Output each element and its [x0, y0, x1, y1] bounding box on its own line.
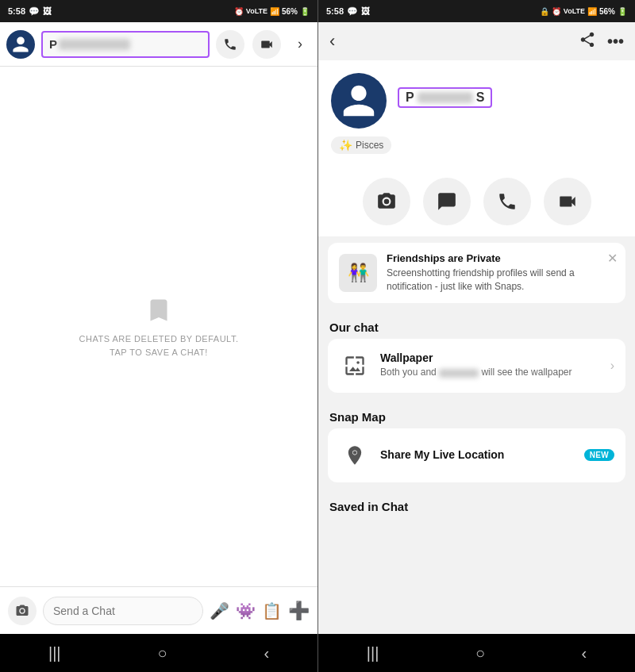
svg-point-0 [21, 609, 25, 612]
right-status-bar: 5:58 💬 🖼 🔒 ⏰ VoLTE 📶 56% 🔋 [318, 0, 635, 22]
avatar-icon [11, 35, 30, 54]
share-svg-icon [579, 31, 596, 48]
right-vol-icon: VoLTE [564, 7, 585, 15]
friendship-description: Screenshotting friendship profiles will … [387, 267, 614, 294]
right-header-actions: ••• [579, 31, 624, 52]
new-badge: NEW [584, 449, 614, 461]
action-buttons-row [318, 167, 635, 236]
whatsapp-icon: 💬 [29, 6, 40, 17]
left-username-prefix: P [49, 37, 57, 51]
left-nav-menu[interactable]: ||| [48, 644, 61, 662]
wallpaper-chevron: › [610, 359, 614, 373]
zodiac-label: Pisces [356, 140, 383, 151]
right-gallery-icon: 🖼 [361, 6, 370, 16]
bitmoji-icon[interactable]: 👾 [236, 601, 256, 620]
right-battery: 56% [599, 7, 615, 16]
wallpaper-username-blur [439, 369, 479, 378]
right-signal-icon: 📶 [587, 7, 597, 16]
svg-point-2 [353, 451, 357, 455]
chat-button[interactable] [423, 178, 471, 225]
right-bottom-nav: ||| ○ ‹ [318, 634, 635, 672]
left-status-left: 5:58 💬 🖼 [8, 6, 52, 17]
input-actions: 🎤 👾 📋 ➕ [210, 601, 310, 621]
content-scroll: 👫 Friendships are Private Screenshotting… [318, 236, 635, 634]
more-button[interactable]: › [289, 33, 311, 56]
left-username-box: P [41, 31, 210, 58]
profile-avatar [331, 73, 387, 129]
left-bottom-nav: ||| ○ ‹ [0, 634, 318, 672]
wallpaper-title: Wallpaper [380, 351, 601, 364]
camera-button[interactable] [8, 597, 37, 625]
left-nav-home[interactable]: ○ [157, 644, 167, 662]
chat-placeholder-text: CHATS ARE DELETED BY DEFAULT. TAP TO SAV… [79, 332, 239, 359]
video-button[interactable] [252, 30, 281, 59]
wallpaper-svg-icon [344, 355, 366, 377]
wallpaper-item[interactable]: Wallpaper Both you and will see the wall… [328, 339, 625, 393]
left-panel: 5:58 💬 🖼 ⏰ VoLTE 📶 56% 🔋 P [0, 0, 318, 672]
friendship-close-button[interactable]: ✕ [607, 251, 618, 266]
mic-icon[interactable]: 🎤 [210, 601, 229, 620]
send-chat-input[interactable] [43, 597, 203, 625]
wallpaper-icon [339, 350, 371, 382]
alarm-icon: ⏰ [234, 7, 244, 16]
left-battery: 56% [282, 7, 298, 16]
profile-username-box: P S [398, 87, 492, 108]
battery-icon: 🔋 [300, 7, 310, 16]
share-location-item[interactable]: Share My Live Location NEW [328, 428, 625, 482]
share-icon[interactable] [579, 31, 596, 52]
chat-body: CHATS ARE DELETED BY DEFAULT. TAP TO SAV… [0, 67, 318, 586]
right-alarm-icon: ⏰ [552, 7, 561, 16]
left-status-bar: 5:58 💬 🖼 ⏰ VoLTE 📶 56% 🔋 [0, 0, 318, 22]
friendship-title: Friendships are Private [387, 252, 614, 264]
right-status-right: 🔒 ⏰ VoLTE 📶 56% 🔋 [540, 7, 627, 16]
saved-chat-header: Saved in Chat [318, 489, 635, 518]
back-button[interactable]: ‹ [329, 31, 335, 52]
call-button[interactable] [483, 178, 531, 225]
right-time: 5:58 [326, 6, 344, 16]
add-icon[interactable]: ➕ [288, 601, 310, 621]
sticker-icon[interactable]: 📋 [262, 601, 282, 620]
chat-action-icon [437, 191, 457, 212]
phone-button[interactable] [216, 30, 244, 59]
zodiac-badge: ✨ Pisces [331, 136, 391, 154]
phone-icon [223, 37, 237, 52]
profile-username-blur [418, 92, 473, 103]
camera-icon [15, 604, 29, 618]
left-nav-back[interactable]: ‹ [264, 644, 269, 662]
friendship-image: 👫 [339, 254, 377, 292]
share-location-text: Share My Live Location [380, 448, 575, 463]
share-location-card: Share My Live Location NEW [328, 428, 625, 482]
friendship-banner: 👫 Friendships are Private Screenshotting… [328, 243, 625, 303]
snap-button[interactable] [363, 178, 410, 225]
right-battery-icon: 🔋 [618, 7, 627, 16]
profile-username-prefix: P [406, 90, 414, 105]
svg-point-1 [383, 199, 389, 205]
right-whatsapp-icon: 💬 [347, 6, 358, 17]
profile-username-suffix: S [476, 90, 485, 105]
gallery-icon: 🖼 [43, 6, 52, 16]
video-icon [260, 37, 274, 52]
wallpaper-subtitle: Both you and will see the wallpaper [380, 366, 601, 379]
our-chat-header: Our chat [318, 309, 635, 339]
profile-avatar-icon [340, 82, 378, 120]
location-svg-icon [344, 444, 366, 467]
left-username-blur [59, 39, 130, 50]
zodiac-icon: ✨ [339, 139, 352, 152]
right-nav-menu[interactable]: ||| [367, 644, 379, 662]
profile-top-row: P S [331, 73, 622, 129]
right-nav-back[interactable]: ‹ [582, 644, 587, 662]
chat-placeholder-icon [143, 294, 175, 326]
snap-map-header: Snap Map [318, 399, 635, 428]
more-options-icon[interactable]: ••• [607, 33, 624, 51]
header-icons: › [216, 30, 311, 59]
right-panel: 5:58 💬 🖼 🔒 ⏰ VoLTE 📶 56% 🔋 ‹ ••• [318, 0, 635, 672]
signal-icon: 📶 [270, 7, 279, 16]
chat-input-bar: 🎤 👾 📋 ➕ [0, 586, 318, 634]
camera-action-icon [376, 191, 397, 212]
profile-section: P S ✨ Pisces [318, 60, 635, 167]
call-action-icon [497, 191, 518, 212]
video-call-button[interactable] [544, 178, 591, 225]
contact-avatar [6, 30, 35, 59]
left-time: 5:58 [8, 6, 25, 16]
right-nav-home[interactable]: ○ [475, 644, 485, 662]
